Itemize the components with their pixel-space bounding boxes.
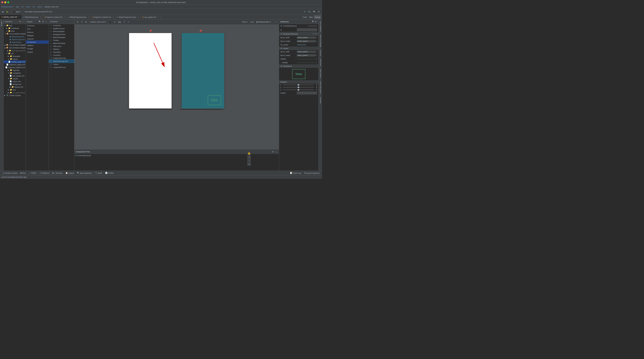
resource-manager-tab[interactable]: Resource Manager	[318, 33, 322, 49]
attr-layout-height-value[interactable]: match_parent	[297, 40, 316, 42]
palette-category-helpers[interactable]: Helpers	[26, 44, 49, 47]
run-button[interactable]: ▶	[1, 10, 4, 14]
tab-close-button[interactable]: ✕	[88, 16, 89, 18]
palette-item-tablayout[interactable]: ▭ TabLayout	[49, 45, 74, 48]
tab-blankfragment[interactable]: ■ BlankFragment.java ✕	[67, 15, 91, 19]
palette-search-button[interactable]: 🔍	[38, 20, 41, 23]
minimize-button[interactable]	[4, 1, 6, 3]
layout-attr-height-value[interactable]: match_parent	[297, 54, 316, 56]
phone-canvas-left[interactable]	[129, 33, 172, 109]
tree-item-package3[interactable]: ▶ 📦 com.example.myapplication	[4, 46, 26, 49]
palette-item-materialtoolbar[interactable]: ▭ MaterialToolbar	[49, 42, 74, 45]
text-button[interactable]: T	[127, 20, 130, 24]
palette-category-containers[interactable]: Containers	[26, 40, 49, 44]
palette-category-widgets[interactable]: Widgets	[26, 34, 49, 37]
attributes-search[interactable]: 🔍	[312, 20, 314, 23]
declared-attrs-header[interactable]: ▼ Declared Attributes + ✏	[279, 32, 318, 36]
rotation-y-slider[interactable]	[283, 87, 314, 87]
app-inspection-button[interactable]: 🔍 App Inspection	[76, 172, 93, 174]
tree-item-activity-main[interactable]: 📄 activity_main.xml	[4, 60, 26, 63]
component-tree-settings[interactable]: ⚙	[272, 150, 274, 153]
tree-item-strings[interactable]: 📄 strings.xml	[4, 83, 26, 85]
design-tools-button[interactable]: ✏	[314, 32, 317, 35]
build-button[interactable]: 🔨 Build	[94, 172, 103, 174]
app-theme-selector[interactable]: ◉ MyApplication ▾	[255, 20, 272, 24]
palette-item-viewstub[interactable]: ◫ ViewStub	[49, 51, 74, 54]
tree-item-mipmap[interactable]: ▶ 📁 mipmap	[4, 69, 26, 71]
bookmarks-tab[interactable]: Bookmarks	[318, 57, 322, 68]
palette-item-fragmentcontainer[interactable]: ◫ FragmentConta...	[49, 57, 74, 59]
phone-canvas-right[interactable]: View	[182, 33, 224, 109]
transforms-section-header[interactable]: ▼ Transforms	[279, 64, 318, 68]
sync-button[interactable]: ⟳	[303, 10, 306, 14]
palette-close-button[interactable]: —	[45, 20, 48, 23]
tree-item-themes[interactable]: ▶ 📁 themes (2)	[4, 85, 26, 88]
tree-item-mainactivity[interactable]: ◉ MainActivity	[4, 41, 26, 44]
api-display[interactable]: ≡ 33	[249, 20, 255, 24]
attributes-settings[interactable]: ⚙	[314, 20, 317, 23]
tree-item-res-gen[interactable]: ▶ 📁 res (generated)	[4, 91, 26, 94]
tab-close-button[interactable]: ✕	[64, 16, 65, 18]
breadcrumb-item[interactable]: main	[26, 6, 30, 8]
tree-item-gradle[interactable]: ▶ 🔧 Gradle Scripts	[4, 94, 26, 97]
palette-category-layouts[interactable]: Layouts	[26, 37, 49, 40]
tree-item-manifests[interactable]: ▶ 📁 manifests	[4, 27, 26, 30]
palette-item-cardview[interactable]: ▭ CardView	[49, 24, 74, 27]
tree-item-layout[interactable]: ▼ 📁 layout	[4, 57, 26, 60]
palette-item-navhostfragment[interactable]: ◫ NavHostFragment	[49, 59, 74, 63]
palette-item-navview[interactable]: ▭ NavigationView	[49, 33, 74, 36]
attr-context-value[interactable]: .MainActivity	[297, 44, 317, 46]
view-design-button[interactable]: Design	[314, 15, 321, 19]
search-button[interactable]: 🔍	[312, 10, 316, 14]
palette-item-appbarlayout[interactable]: ▭ AppBarLayout	[49, 27, 74, 30]
dropdown-icon[interactable]: ▾	[316, 58, 317, 60]
api-selector[interactable]: Resizable (Experimental) API 33 ▾	[24, 10, 53, 14]
layout-inspector-button[interactable]: ⊞ Layout Inspector	[304, 172, 321, 174]
palette-item-tabitem[interactable]: ▭ TabItem	[49, 48, 74, 51]
rotation-x-slider[interactable]	[283, 85, 314, 85]
tree-item-navigation[interactable]: ▼ 📁 navigation	[4, 71, 26, 74]
tree-item-fragment-blank[interactable]: 📄 fragment_blank.xml	[4, 63, 26, 66]
tree-item-values[interactable]: ▼ 📁 values	[4, 77, 26, 80]
attr-id-input[interactable]	[297, 28, 317, 31]
palette-item-include[interactable]: ◫ <include>	[49, 54, 74, 57]
tree-item-java-gen[interactable]: ▶ 📁 java (generated)	[4, 49, 26, 52]
refresh-button[interactable]: ↻	[80, 20, 84, 24]
breadcrumb-item[interactable]: res	[32, 6, 35, 8]
logcat-button[interactable]: 📋 Logcat	[64, 172, 75, 174]
tab-close-button[interactable]: ✕	[18, 16, 20, 18]
palette-item-bottomnav[interactable]: ▭ BottomNavigat...	[49, 36, 74, 39]
terminal-button[interactable]: ▶_ Terminal	[52, 172, 63, 174]
device-file-explorer-tab[interactable]: Device File Explorer	[318, 80, 322, 96]
tree-item-res[interactable]: ▼ 📁 res	[4, 52, 26, 55]
event-log-button[interactable]: 📝 Event Log	[289, 172, 302, 174]
problems-button[interactable]: ⚠ Problems	[38, 172, 50, 174]
tree-item-xml[interactable]: ▶ 📁 xml	[4, 88, 26, 91]
tree-item-package1[interactable]: ▼ 📦 com.example.myapplication	[4, 32, 26, 35]
dropdown-icon[interactable]: ▾	[316, 40, 317, 42]
tree-item-java[interactable]: ▼ 📁 java	[4, 30, 26, 32]
project-panel-minimize[interactable]: —	[22, 20, 25, 23]
tree-item-blankfragment[interactable]: ◉ BlankFragment	[4, 35, 26, 38]
palette-category-google[interactable]: Google	[26, 47, 49, 50]
pixel-selector[interactable]: Pixel ▾	[241, 20, 248, 24]
layout-attr-visibility2-value[interactable]	[297, 62, 316, 63]
debug-button[interactable]: 🐛	[5, 10, 10, 14]
view-code-button[interactable]: Code	[302, 15, 308, 19]
tree-item-blankfragment2[interactable]: ◉ BlankFragment2	[4, 38, 26, 41]
tab-activity-main[interactable]: ■ activity_main.xml ✕	[0, 15, 22, 19]
attr-layout-width-value[interactable]: match_parent	[297, 36, 316, 39]
project-tab[interactable]: Project	[0, 19, 4, 27]
palette-category-buttons[interactable]: Buttons	[26, 30, 49, 34]
close-button[interactable]	[1, 1, 3, 3]
tab-close-button[interactable]: ✕	[40, 16, 41, 18]
tab-blankfragment2[interactable]: ■ BlankFragment2.java ✕	[116, 15, 141, 19]
eraser-button[interactable]: ✏	[123, 20, 126, 24]
structure-tab[interactable]: Structure	[318, 49, 322, 58]
run-bottom-button[interactable]: ▶ Run	[20, 172, 27, 174]
todo-button[interactable]: ✓ TODO	[28, 172, 37, 174]
add-attr-button[interactable]: +	[312, 32, 314, 35]
tree-item-drawable[interactable]: ▶ 📁 drawable	[4, 55, 26, 57]
palette-item-bottomappbar[interactable]: ▭ BottomAppBar	[49, 30, 74, 33]
breadcrumb-item-current[interactable]: activity_main.xml	[44, 6, 58, 8]
